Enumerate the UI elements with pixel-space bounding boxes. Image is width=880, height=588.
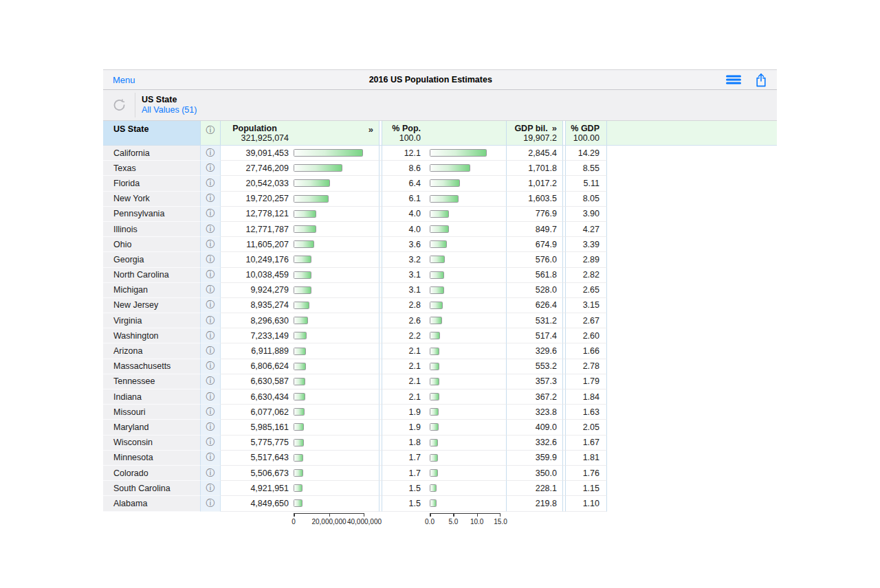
pct-pop-cell: 12.1 [382, 146, 507, 161]
table-row[interactable]: Virginiaⓘ8,296,6302.6531.22.67 [103, 313, 777, 328]
column-header-pct-gdp[interactable]: % GDP 100.00 [566, 121, 607, 145]
column-header-us-state[interactable]: US State [103, 121, 201, 145]
table-row[interactable]: Pennsylvaniaⓘ12,778,1214.0776.93.90 [103, 207, 777, 222]
filter-value-link[interactable]: All Values (51) [142, 105, 197, 115]
info-icon[interactable]: ⓘ [206, 315, 215, 327]
table-row[interactable]: Massachusettsⓘ6,806,6242.1553.22.78 [103, 359, 777, 374]
info-icon[interactable]: ⓘ [206, 299, 215, 311]
filter-summary[interactable]: US State All Values (51) [135, 90, 197, 120]
table-row[interactable]: Minnesotaⓘ5,517,6431.7359.91.81 [103, 451, 777, 466]
row-info-cell: ⓘ [201, 466, 221, 481]
table-row[interactable]: South Carolinaⓘ4,921,9511.5228.11.15 [103, 481, 777, 496]
table-row[interactable]: Californiaⓘ39,091,45312.12,845.414.29 [103, 146, 777, 161]
table-row[interactable]: New Jerseyⓘ8,935,2742.8626.43.15 [103, 298, 777, 313]
info-icon[interactable]: ⓘ [206, 238, 215, 251]
table-row[interactable]: Ohioⓘ11,605,2073.6674.93.39 [103, 237, 777, 252]
row-info-cell: ⓘ [201, 313, 221, 328]
table-row[interactable]: Alabamaⓘ4,849,6501.5219.81.10 [103, 496, 777, 511]
info-icon[interactable]: ⓘ [206, 497, 215, 510]
pct-pop-cell: 1.5 [382, 496, 507, 511]
pct-pop-bar [430, 484, 437, 492]
info-icon[interactable]: ⓘ [206, 253, 215, 266]
info-icon[interactable]: ⓘ [206, 330, 215, 342]
pct-pop-bar [430, 317, 442, 324]
row-filler [607, 313, 777, 328]
row-info-cell: ⓘ [201, 328, 221, 343]
pct-pop-bar [430, 378, 439, 385]
info-icon[interactable]: ⓘ [206, 162, 215, 174]
table-row[interactable]: Wisconsinⓘ5,775,7751.8332.61.67 [103, 436, 777, 451]
table-row[interactable]: Georgiaⓘ10,249,1763.2576.02.89 [103, 252, 777, 267]
info-icon[interactable]: ⓘ [206, 482, 215, 495]
row-filler [607, 146, 777, 161]
info-icon[interactable]: ⓘ [206, 391, 215, 403]
pct-pop-value: 8.6 [382, 163, 421, 173]
population-value: 19,720,257 [221, 194, 289, 203]
info-icon[interactable]: ⓘ [206, 375, 215, 387]
gdp-value: 674.9 [507, 237, 563, 252]
table-row[interactable]: Missouriⓘ6,077,0621.9323.81.63 [103, 405, 777, 420]
info-icon[interactable]: ⓘ [206, 207, 215, 220]
info-icon[interactable]: ⓘ [206, 345, 215, 357]
list-icon[interactable] [726, 75, 741, 84]
population-value: 12,771,787 [221, 225, 289, 234]
info-icon[interactable]: ⓘ [206, 421, 215, 433]
table-row[interactable]: Arizonaⓘ6,911,8892.1329.61.66 [103, 343, 777, 359]
info-icon[interactable]: ⓘ [206, 451, 215, 464]
population-bar [294, 348, 306, 355]
population-value: 9,924,279 [221, 285, 289, 295]
info-icon[interactable]: ⓘ [206, 436, 215, 449]
state-name-cell: Wisconsin [103, 436, 201, 451]
table-row[interactable]: Texasⓘ27,746,2098.61,701.88.55 [103, 161, 777, 176]
column-header-pct-pop[interactable]: % Pop. 100.0 [382, 121, 507, 145]
table-row[interactable]: Tennesseeⓘ6,630,5872.1357.31.79 [103, 374, 777, 389]
info-icon[interactable]: ⓘ [206, 147, 215, 159]
pct-pop-value: 6.1 [382, 194, 421, 203]
state-name-cell: Ohio [103, 237, 201, 252]
population-total: 321,925,074 [221, 133, 289, 143]
expand-gdp-column-button[interactable]: » [552, 123, 557, 133]
title-bar: Menu 2016 US Population Estimates [103, 69, 777, 90]
row-info-cell: ⓘ [201, 207, 221, 222]
table-row[interactable]: Marylandⓘ5,985,1611.9409.02.05 [103, 420, 777, 435]
gdp-value: 528.0 [507, 283, 563, 298]
info-icon[interactable]: ⓘ [206, 192, 215, 205]
population-cell: 27,746,209 [221, 161, 380, 176]
state-name-cell: Missouri [103, 405, 201, 420]
gdp-value: 849.7 [507, 222, 563, 237]
info-icon[interactable]: ⓘ [206, 360, 215, 372]
info-icon[interactable]: ⓘ [206, 223, 215, 236]
column-header-gdp[interactable]: GDP bil.» 19,907.2 [507, 121, 563, 145]
table-row[interactable]: Indianaⓘ6,630,4342.1367.21.84 [103, 389, 777, 405]
pct-pop-cell: 1.7 [382, 451, 507, 466]
share-icon[interactable] [755, 73, 767, 87]
table-row[interactable]: Michiganⓘ9,924,2793.1528.02.65 [103, 283, 777, 298]
column-header-population[interactable]: Population 321,925,074 » [221, 121, 380, 145]
table-row[interactable]: Coloradoⓘ5,506,6731.7350.01.76 [103, 466, 777, 481]
info-icon[interactable]: ⓘ [206, 406, 215, 418]
expand-population-column-button[interactable]: » [368, 124, 373, 135]
row-info-cell: ⓘ [201, 161, 221, 176]
reload-icon[interactable] [103, 90, 135, 120]
table-row[interactable]: Floridaⓘ20,542,0336.41,017.25.11 [103, 176, 777, 191]
pct-gdp-value: 2.05 [566, 420, 607, 435]
info-icon[interactable]: ⓘ [206, 284, 215, 296]
pct-pop-bar [430, 149, 487, 157]
pct-pop-cell: 2.2 [382, 328, 507, 343]
population-bar [294, 439, 304, 446]
table-row[interactable]: North Carolinaⓘ10,038,4593.1561.82.82 [103, 268, 777, 283]
menu-button[interactable]: Menu [113, 75, 135, 85]
table-row[interactable]: Illinoisⓘ12,771,7874.0849.74.27 [103, 222, 777, 237]
gdp-value: 561.8 [507, 268, 563, 283]
pct-pop-bar [430, 439, 438, 446]
table-header: US State ⓘ Population 321,925,074 » % Po… [103, 121, 777, 146]
pct-pop-cell: 3.1 [382, 283, 507, 298]
info-icon[interactable]: ⓘ [206, 269, 215, 281]
table-row[interactable]: New Yorkⓘ19,720,2576.11,603.58.05 [103, 192, 777, 207]
pct-pop-cell: 3.6 [382, 237, 507, 252]
table-row[interactable]: Washingtonⓘ7,233,1492.2517.42.60 [103, 328, 777, 343]
gdp-total: 19,907.2 [507, 133, 557, 143]
population-cell: 6,077,062 [221, 405, 380, 420]
info-icon[interactable]: ⓘ [206, 177, 215, 190]
info-icon[interactable]: ⓘ [206, 467, 215, 479]
